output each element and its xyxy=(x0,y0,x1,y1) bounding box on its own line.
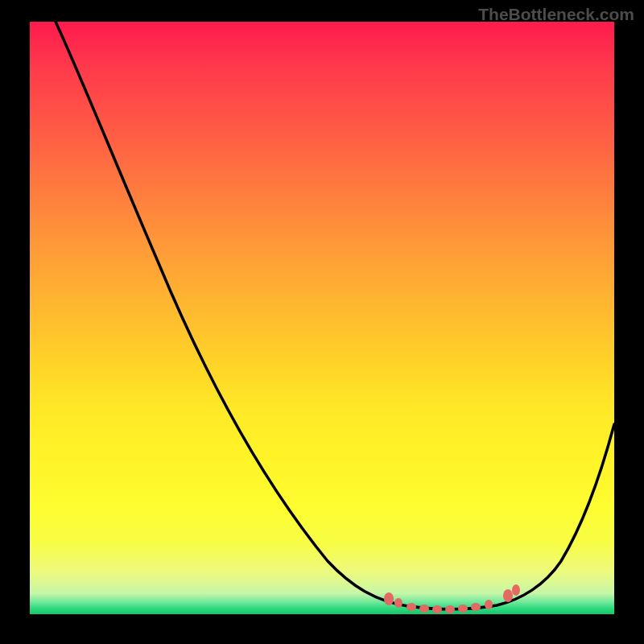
marker-dot xyxy=(485,600,493,609)
chart-container: TheBottleneck.com xyxy=(0,0,644,644)
marker-dot xyxy=(445,605,455,613)
chart-svg xyxy=(30,22,614,614)
marker-group xyxy=(384,584,520,613)
watermark-text: TheBottleneck.com xyxy=(478,5,634,24)
bottleneck-curve xyxy=(56,22,614,609)
marker-dot xyxy=(503,589,513,602)
marker-dot xyxy=(458,605,468,613)
marker-dot xyxy=(407,603,416,611)
marker-dot xyxy=(432,605,442,613)
plot-area xyxy=(30,22,614,614)
marker-dot xyxy=(419,605,429,613)
marker-dot xyxy=(512,584,520,596)
marker-dot xyxy=(394,598,402,608)
marker-dot xyxy=(384,592,394,605)
marker-dot xyxy=(471,603,481,611)
